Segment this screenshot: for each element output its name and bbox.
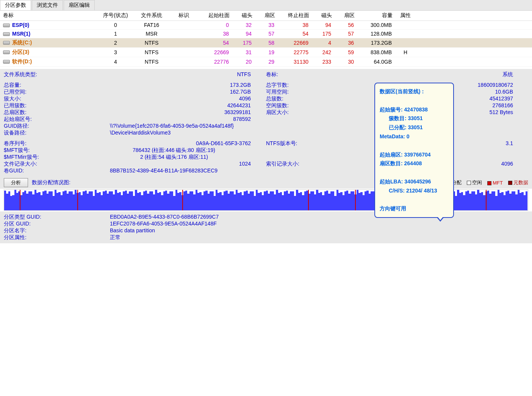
detail-label: 簇大小: [4,95,49,102]
detail-label: $MFT簇号: [4,147,49,154]
disk-icon [3,23,10,27]
tip-line: 簇数目: 33051 [380,114,449,123]
disk-icon [3,41,10,45]
disk-icon [3,32,10,36]
th-start-sec[interactable]: 扇区 [254,11,277,21]
detail-value: NTFS [49,71,266,78]
detail-label: 卷标: [266,71,311,78]
tab-sector-edit[interactable]: 扇区编辑 [64,0,95,10]
detail-label: 设备路径: [4,130,49,136]
table-row[interactable]: MSR(1) 1MSR 389457 5417557 128.0MB [0,30,532,38]
detail-value: 786432 (柱面:446 磁头:80 扇区:19) [49,147,528,154]
th-start-head[interactable]: 磁头 [231,11,254,21]
th-end-head[interactable]: 磁头 [311,11,333,21]
disk-icon [3,60,10,64]
detail-label: 已用空间: [4,89,49,95]
detail-label: 起始扇区号: [4,116,49,123]
table-row[interactable]: 分区(3) 3NTFS 226693119 2277524259 838.0MB… [0,48,532,57]
bottom-value: 1EFC2078-6FA6-4053-9E5A-0524A4AF148F [110,221,217,227]
table-header-row: 卷标 序号(状态) 文件系统 标识 起始柱面 磁头 扇区 终止柱面 磁头 扇区 … [0,11,532,21]
tip-line: 起始簇号: 42470838 [380,105,449,114]
th-attr[interactable]: 属性 [394,11,417,21]
volume-name: 系统(C:) [12,39,32,45]
legend-free: 空闲 [467,179,482,186]
bottom-value: 正常 [110,234,120,241]
table-row[interactable]: 软件(D:) 4NTFS 227762029 3113023330 64.0GB [0,57,532,67]
tab-browse-files[interactable]: 浏览文件 [32,0,63,10]
tip-line: 扇区数目: 264408 [380,159,449,168]
bottom-value: EBD0A0A2-B9E5-4433-87C0-68B6B72699C7 [110,214,219,221]
graph-title: 数据分配情况图: [32,179,70,186]
detail-label: $MFTMirr簇号: [4,154,49,161]
detail-label: 已用簇数: [4,102,49,109]
legend-metadata: 元数据 [508,179,528,186]
th-volume[interactable]: 卷标 [0,11,99,21]
bottom-label: 分区类型 GUID: [4,214,110,221]
tip-line: 已分配: 33051 [380,123,449,132]
detail-value: 4096 [49,95,266,102]
detail-value: 1024 [49,161,266,167]
bottom-label: 分区属性: [4,234,110,241]
detail-value: 系统 [311,71,528,78]
detail-label: 扇区大小: [266,109,311,116]
bottom-label: 分区 GUID: [4,221,110,227]
tip-line: 方向键可用 [380,204,449,213]
detail-value: \\?\Volume{1efc2078-6fa6-4053-9e5a-0524a… [49,123,528,130]
analyze-button[interactable]: 分析 [4,178,28,187]
detail-label: NTFS版本号: [266,140,311,147]
th-flag[interactable]: 标识 [171,11,197,21]
detail-label: 文件记录大小: [4,161,49,167]
detail-label: 总簇数: [266,95,311,102]
disk-icon [3,50,10,54]
detail-label: 总容量: [4,82,49,89]
detail-label: 索引记录大小: [266,161,311,167]
detail-value: 0A9A-D661-65F3-3762 [49,140,266,147]
detail-value: 878592 [49,116,266,123]
detail-value: 8BB7B152-4389-4E44-B11A-19F68283CEC9 [49,167,528,174]
tip-title: 数据区(当前竖线)： [380,87,449,96]
data-area-tooltip: 数据区(当前竖线)： 起始簇号: 42470838 簇数目: 33051 已分配… [374,83,454,218]
detail-value: 173.2GB [49,82,266,89]
volume-name: 分区(3) [12,49,29,55]
bottom-value: Basic data partition [110,227,155,234]
detail-label: GUID路径: [4,123,49,130]
detail-label: 可用空间: [266,89,311,95]
legend: 已分配 空闲 MFT 元数据 [441,179,528,186]
bottom-label: 分区名字: [4,227,110,234]
partition-table: 卷标 序号(状态) 文件系统 标识 起始柱面 磁头 扇区 终止柱面 磁头 扇区 … [0,11,532,67]
detail-label: 总字节数: [266,82,311,89]
detail-label: 总扇区数: [4,109,49,116]
detail-value: 42644231 [49,102,266,109]
detail-label: 卷GUID: [4,167,49,174]
volume-name: 软件(D:) [12,58,32,64]
detail-value: \Device\HarddiskVolume3 [49,130,528,136]
tip-line: C/H/S: 21204/ 48/13 [380,186,449,196]
th-end-cyl[interactable]: 终止柱面 [277,11,311,21]
volume-name: ESP(0) [12,22,29,28]
table-row[interactable]: ESP(0) 0FAT16 03233 389456 300.0MB [0,21,532,30]
tab-partition-params[interactable]: 分区参数 [0,0,31,10]
volume-name: MSR(1) [12,31,30,37]
th-capacity[interactable]: 容量 [356,11,394,21]
table-row[interactable]: 系统(C:) 2NTFS 5417558 22669436 173.2GB [0,38,532,48]
th-start-cyl[interactable]: 起始柱面 [197,11,231,21]
th-num[interactable]: 序号(状态) [99,11,133,21]
tip-line: 起始LBA: 340645296 [380,177,449,186]
detail-value: 2 (柱面:54 磁头:176 扇区:11) [49,154,528,161]
detail-label: 空闲簇数: [266,102,311,109]
tabs-bar: 分区参数 浏览文件 扇区编辑 [0,0,532,11]
th-end-sec[interactable]: 扇区 [333,11,356,21]
detail-value: 162.7GB [49,89,266,95]
detail-label: 卷序列号: [4,140,49,147]
detail-label: 文件系统类型: [4,71,49,78]
legend-mft: MFT [487,180,503,186]
tip-line: MetaData: 0 [380,132,449,141]
detail-value: 363299181 [49,109,266,116]
tip-line: 起始扇区: 339766704 [380,150,449,160]
th-fs[interactable]: 文件系统 [133,11,171,21]
